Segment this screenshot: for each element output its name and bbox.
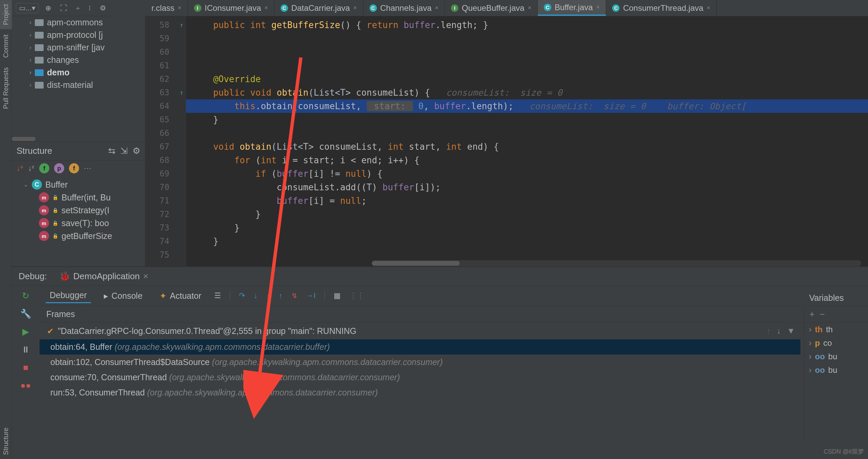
code-line[interactable]: }	[186, 221, 868, 235]
gutter-line[interactable]: 73	[145, 221, 186, 235]
tree-item[interactable]: ›dist-material	[12, 79, 145, 91]
commit-tab[interactable]: Commit	[0, 30, 12, 62]
code-line[interactable]: }	[186, 208, 868, 221]
close-icon[interactable]: ×	[143, 271, 148, 282]
code-line[interactable]: void obtain(List<T> consumeList, int sta…	[186, 140, 868, 153]
gutter-line[interactable]: 69	[145, 167, 186, 180]
editor-tab[interactable]: CDataCarrier.java×	[274, 0, 363, 16]
code-line[interactable]	[186, 59, 868, 72]
structure-member[interactable]: m🔒save(T): boo	[12, 217, 145, 230]
code-line[interactable]: }	[186, 113, 868, 126]
gutter-line[interactable]: 71	[145, 194, 186, 208]
gutter-line[interactable]: 66	[145, 126, 186, 140]
threads-icon[interactable]: ☰	[214, 291, 221, 300]
gutter-line[interactable]: 64	[145, 99, 186, 113]
filter-icon[interactable]: ▼	[787, 326, 795, 336]
gutter-line[interactable]: 70	[145, 180, 186, 194]
code-line[interactable]	[186, 45, 868, 59]
debugger-subtab[interactable]: Debugger	[46, 288, 91, 303]
target-icon[interactable]: ⊕	[43, 3, 53, 14]
gutter-line[interactable]: 68	[145, 153, 186, 167]
gutter-line[interactable]: 74	[145, 235, 186, 248]
variable-row[interactable]: ›oobu	[804, 363, 868, 377]
gutter-line[interactable]: 67	[145, 140, 186, 153]
code-line[interactable]: public void obtain(List<T> consumeList) …	[186, 86, 868, 99]
gutter-line[interactable]: 63↑	[145, 86, 186, 99]
wrench-icon[interactable]: 🔧	[20, 309, 31, 319]
tree-item[interactable]: ›demo	[12, 66, 145, 79]
structure-class-root[interactable]: ⌄ C Buffer	[12, 178, 145, 191]
gear-icon[interactable]: ⚙	[98, 3, 108, 14]
collapse-icon[interactable]: ⇆	[108, 146, 116, 156]
code-line[interactable]: consumeList.add((T) buffer[i]);	[186, 180, 868, 194]
code-editor[interactable]: 58↑5960616263↑646566676869707172737475 p…	[145, 16, 868, 266]
tree-item[interactable]: ›apm-protocol [j	[12, 29, 145, 41]
editor-tab[interactable]: r.class×	[145, 0, 188, 16]
gutter-line[interactable]: 60	[145, 45, 186, 59]
code-line[interactable]	[186, 126, 868, 140]
settings-icon[interactable]: ⚙	[132, 146, 140, 156]
editor-tab[interactable]: CBuffer.java×	[538, 0, 606, 16]
close-icon[interactable]: ×	[707, 4, 710, 11]
gutter-line[interactable]: 59	[145, 32, 186, 45]
variable-row[interactable]: ›pco	[804, 336, 868, 350]
code-line[interactable]: for (int i = start; i < end; i++) {	[186, 153, 868, 167]
structure-member[interactable]: m🔒getBufferSize	[12, 230, 145, 242]
code-line[interactable]: }	[186, 235, 868, 248]
code-area[interactable]: public int getBufferSize() { return buff…	[186, 16, 868, 266]
code-line[interactable]	[186, 248, 868, 262]
gutter-line[interactable]: 58↑	[145, 18, 186, 32]
project-tab[interactable]: Project	[0, 0, 12, 29]
close-icon[interactable]: ×	[528, 4, 531, 11]
more-struct-icon[interactable]: ⋯	[84, 164, 91, 173]
structure-member[interactable]: m🔒Buffer(int, Bu	[12, 191, 145, 204]
editor-scrollbar[interactable]	[372, 260, 861, 266]
code-line[interactable]: @Override	[186, 72, 868, 86]
breakpoints-icon[interactable]: ●●	[20, 380, 31, 391]
force-step-into-icon[interactable]: ↓	[266, 291, 270, 300]
pull-requests-tab[interactable]: Pull Requests	[0, 63, 12, 113]
code-line[interactable]	[186, 32, 868, 45]
structure-tab-side[interactable]: Structure	[0, 424, 12, 459]
evaluate-icon[interactable]: ▦	[334, 291, 341, 300]
code-line[interactable]: if (buffer[i] != null) {	[186, 167, 868, 180]
trace-icon[interactable]: ⋮⋮	[349, 291, 364, 300]
step-over-icon[interactable]: ↷	[239, 291, 245, 300]
expand-icon[interactable]: ⛶	[58, 3, 69, 14]
gutter-line[interactable]: 72	[145, 208, 186, 221]
stack-frame[interactable]: obtain:102, ConsumerThread$DataSource (o…	[40, 355, 800, 370]
pause-icon[interactable]: ⏸	[21, 344, 30, 355]
remove-watch-icon[interactable]: −	[820, 309, 825, 319]
close-icon[interactable]: ×	[178, 4, 182, 11]
editor-tab[interactable]: IIConsumer.java×	[188, 0, 274, 16]
drop-frame-icon[interactable]: ↯	[291, 291, 297, 300]
editor-tab[interactable]: CConsumerThread.java×	[606, 0, 717, 16]
editor-tab[interactable]: CChannels.java×	[363, 0, 445, 16]
stack-frame[interactable]: run:53, ConsumerThread (org.apache.skywa…	[40, 385, 800, 400]
next-thread-icon[interactable]: ↓	[777, 326, 781, 336]
structure-member[interactable]: m🔒setStrategy(I	[12, 204, 145, 217]
rerun-icon[interactable]: ↻	[22, 291, 29, 301]
tree-item[interactable]: ›apm-commons	[12, 16, 145, 29]
run-to-cursor-icon[interactable]: →I	[306, 291, 316, 300]
code-line[interactable]: buffer[i] = null;	[186, 194, 868, 208]
close-icon[interactable]: ×	[596, 4, 600, 11]
sort-alpha-icon[interactable]: ↓ᶻ	[28, 164, 34, 173]
stack-frame[interactable]: obtain:64, Buffer (org.apache.skywalking…	[40, 339, 800, 355]
divide-icon[interactable]: ÷	[74, 3, 82, 14]
resume-icon[interactable]: ▶	[22, 327, 29, 337]
close-icon[interactable]: ×	[435, 4, 439, 11]
tree-item[interactable]: ›apm-sniffer [jav	[12, 41, 145, 54]
show-fields-icon[interactable]: f	[39, 163, 49, 173]
show-inherited-icon[interactable]: f	[69, 163, 79, 173]
step-out-icon[interactable]: ↑	[279, 291, 283, 300]
actuator-subtab[interactable]: ✦ Actuator	[155, 289, 206, 303]
variable-row[interactable]: ›thth	[804, 323, 868, 336]
show-properties-icon[interactable]: p	[54, 163, 64, 173]
editor-tab[interactable]: IQueueBuffer.java×	[445, 0, 538, 16]
console-subtab[interactable]: ▸ Console	[100, 289, 147, 303]
thread-row[interactable]: ✔ "DataCarrier.gRPC-log.Consumer.0.Threa…	[40, 323, 800, 339]
debug-config[interactable]: 🐞 DemoApplication ×	[54, 268, 153, 285]
gutter-line[interactable]: 65	[145, 113, 186, 126]
variable-row[interactable]: ›oobu	[804, 350, 868, 363]
